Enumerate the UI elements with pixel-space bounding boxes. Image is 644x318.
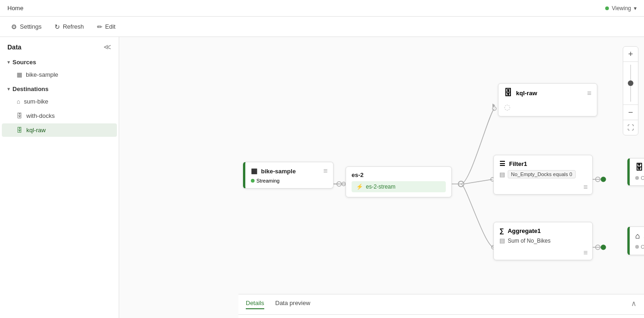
viewing-chevron-icon: ▾ — [634, 5, 637, 12]
sidebar: Data ≪ ▾ Sources ▦ bike-sample ▾ Destina… — [0, 37, 119, 318]
edit-button[interactable]: ✏ Edit — [91, 20, 121, 33]
sidebar-collapse-button[interactable]: ≪ — [103, 43, 111, 51]
chevron-up-icon: ∧ — [631, 300, 637, 307]
kql-icon: 🗄 — [17, 127, 23, 134]
svg-line-7 — [464, 179, 492, 184]
destinations-label: Destinations — [12, 86, 49, 92]
bottom-tabs: Details Data preview ∧ — [238, 294, 644, 315]
es2-node-title: es-2 — [352, 171, 446, 178]
sidebar-item-bike-sample[interactable]: ▦ bike-sample — [2, 68, 117, 81]
tab-details-label: Details — [246, 300, 264, 306]
bottom-panel: Details Data preview ∧ — [238, 294, 644, 318]
stream-icon: ⚡ — [356, 183, 363, 190]
zoom-out-button[interactable]: − — [623, 105, 638, 120]
bike-sample-node-title: bike-sample — [261, 168, 296, 175]
with-docks-status-dot — [635, 176, 639, 180]
node-filter1[interactable]: ☰ Filter1 ▤ No_Empty_Docks equals 0 ≡ — [493, 155, 593, 195]
node-es2[interactable]: es-2 ⚡ es-2-stream — [346, 166, 452, 197]
with-docks-icon: 🗄 — [635, 163, 643, 172]
table-node-icon: ▦ — [251, 167, 257, 175]
canvas[interactable]: ▦ bike-sample ≡ Streaming es-2 ⚡ es-2-st… — [119, 37, 644, 318]
svg-point-5 — [458, 181, 464, 187]
filter1-title: Filter1 — [509, 160, 527, 167]
top-bar: Home Viewing ▾ — [0, 0, 644, 17]
collapse-icon: ≪ — [103, 43, 111, 51]
sidebar-item-kql-raw-label: kql-raw — [26, 127, 46, 134]
sidebar-item-sum-bike[interactable]: ⌂ sum-bike — [2, 95, 117, 108]
tab-details[interactable]: Details — [246, 300, 264, 309]
node-with-docks[interactable]: 🗄 with-docks ≡ Created — [627, 158, 644, 186]
filter1-condition: No_Empty_Docks equals 0 — [508, 170, 576, 178]
destinations-chevron-icon: ▾ — [7, 86, 10, 92]
node-kqlraw[interactable]: 🗄 kql-raw ≡ ◌ — [498, 83, 597, 116]
refresh-button[interactable]: ↻ Refresh — [49, 20, 90, 33]
settings-label: Settings — [20, 23, 42, 30]
kqlraw-loading-icon: ◌ — [504, 103, 510, 111]
zoom-fit-button[interactable]: ⛶ — [623, 120, 638, 135]
node-bike-sample[interactable]: ▦ bike-sample ≡ Streaming — [243, 162, 334, 189]
svg-point-12 — [601, 177, 606, 182]
filter1-menu-icon[interactable]: ≡ — [583, 183, 588, 191]
sidebar-item-with-docks-label: with-docks — [26, 112, 55, 119]
zoom-slider-track — [630, 65, 631, 102]
kqlraw-icon: 🗄 — [504, 88, 512, 98]
svg-point-15 — [601, 245, 606, 250]
zoom-divider — [623, 61, 638, 62]
viewing-status-dot — [605, 6, 609, 10]
settings-button[interactable]: ⚙ Settings — [6, 20, 47, 33]
aggregate1-menu-icon[interactable]: ≡ — [583, 249, 588, 257]
zoom-slider-thumb — [628, 80, 633, 86]
svg-marker-16 — [492, 104, 495, 107]
kqlraw-node-title: kql-raw — [516, 90, 537, 97]
streaming-status-dot — [251, 179, 255, 183]
sidebar-item-kql-raw[interactable]: 🗄 kql-raw — [2, 123, 117, 137]
aggregate1-condition: Sum of No_Bikes — [508, 238, 551, 244]
filter-row-icon: ▤ — [499, 171, 505, 178]
svg-point-11 — [595, 177, 600, 182]
sidebar-item-sum-bike-label: sum-bike — [24, 98, 49, 105]
database-icon: 🗄 — [17, 112, 23, 119]
svg-point-1 — [337, 182, 341, 186]
viewing-label: Viewing — [612, 5, 631, 12]
svg-point-14 — [595, 245, 600, 250]
sidebar-title: Data — [7, 43, 21, 51]
aggregate1-title: Aggregate1 — [508, 227, 541, 234]
main-layout: Data ≪ ▾ Sources ▦ bike-sample ▾ Destina… — [0, 37, 644, 318]
node-sum-bike[interactable]: ⌂ sum-bike ≡ Created 🖌 — [627, 226, 644, 255]
es2-stream-label: es-2-stream — [366, 183, 395, 190]
sidebar-header: Data ≪ — [0, 37, 119, 55]
sum-bike-status-dot — [635, 245, 639, 249]
destinations-section-header[interactable]: ▾ Destinations — [0, 82, 119, 94]
node-aggregate1[interactable]: ∑ Aggregate1 ▤ Sum of No_Bikes ≡ — [493, 222, 593, 260]
zoom-fit-icon: ⛶ — [627, 124, 634, 131]
sum-bike-icon: ⌂ — [635, 232, 640, 241]
refresh-icon: ↻ — [55, 23, 60, 31]
svg-point-6 — [492, 107, 496, 110]
bike-sample-menu-icon[interactable]: ≡ — [323, 167, 328, 175]
bike-sample-status: Streaming — [256, 178, 279, 183]
sum-bike-status: Created — [641, 244, 644, 250]
filter-icon: ☰ — [499, 160, 505, 167]
kqlraw-menu-icon[interactable]: ≡ — [587, 89, 591, 98]
svg-point-3 — [342, 182, 346, 186]
page-title: Home — [7, 5, 24, 12]
sources-chevron-icon: ▾ — [7, 60, 10, 65]
sidebar-item-bike-sample-label: bike-sample — [26, 71, 58, 78]
aggregate-icon: ∑ — [499, 227, 504, 234]
sources-section-header[interactable]: ▾ Sources — [0, 55, 119, 67]
canvas-inner: ▦ bike-sample ≡ Streaming es-2 ⚡ es-2-st… — [119, 37, 644, 318]
tab-data-preview-label: Data preview — [275, 300, 310, 306]
bottom-panel-collapse-button[interactable]: ∧ — [631, 299, 637, 308]
es2-stream-tag: ⚡ es-2-stream — [352, 181, 446, 192]
sidebar-item-with-docks[interactable]: 🗄 with-docks — [2, 109, 117, 122]
with-docks-status: Created — [641, 175, 644, 181]
sources-label: Sources — [12, 59, 36, 66]
zoom-in-button[interactable]: + — [623, 47, 638, 61]
gear-icon: ⚙ — [11, 23, 17, 31]
house-icon: ⌂ — [17, 98, 20, 105]
tab-data-preview[interactable]: Data preview — [275, 300, 310, 309]
table-icon: ▦ — [17, 71, 22, 78]
zoom-controls: + − ⛶ — [623, 46, 638, 135]
viewing-badge[interactable]: Viewing ▾ — [605, 5, 637, 12]
refresh-label: Refresh — [63, 23, 84, 30]
